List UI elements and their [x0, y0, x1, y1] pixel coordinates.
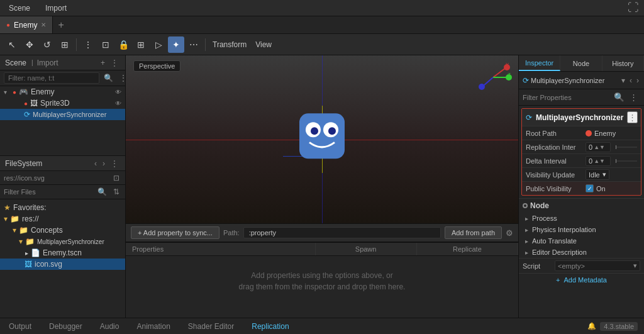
replication-inter-stepper[interactable]: ▲▼ [594, 144, 605, 150]
favorites-label: Favorites: [13, 203, 47, 212]
path-input[interactable] [243, 227, 441, 238]
filesystem-panel-title: FileSystem [5, 159, 42, 168]
toolbar-scale-btn[interactable]: ⊞ [57, 36, 73, 53]
enemy-visibility-icon[interactable]: 👁 [115, 89, 121, 96]
status-tab-audio[interactable]: Audio [97, 321, 122, 332]
left-panel: Scene | Import + ⋮ 🔍 ⋮ ▾ ● 🎮 Enem [0, 55, 126, 318]
fs-enemy-tscn[interactable]: ▸ 📄 Enemy.tscn [0, 247, 125, 259]
fs-path-copy[interactable]: ⊡ [111, 173, 121, 183]
toolbar-active-btn[interactable]: ✦ [168, 36, 184, 53]
filter-props-label: Filter Properties [523, 94, 611, 101]
toolbar-grid-btn[interactable]: ⊡ [97, 36, 114, 53]
node-section-label: Node [530, 201, 549, 210]
component-menu-btn[interactable]: ⋮ [627, 111, 638, 123]
inspector-history-next[interactable]: › [635, 75, 640, 86]
status-tab-animation[interactable]: Animation [134, 321, 172, 332]
tab-bar: ● Enemy ✕ + [0, 16, 644, 34]
fs-nav-fwd[interactable]: › [101, 159, 107, 169]
collapse-editor-desc[interactable]: ▸ Editor Description [519, 247, 644, 258]
scene-filter-input[interactable] [4, 72, 99, 84]
tree-item-sprite3d[interactable]: ▾ ● 🖼 Sprite3D 👁 [0, 97, 125, 109]
status-tab-debugger[interactable]: Debugger [47, 321, 85, 332]
menu-import[interactable]: Import [42, 3, 70, 14]
fs-filter-sort-btn[interactable]: ⇅ [111, 187, 121, 197]
svg-point-4 [328, 127, 336, 135]
add-from-path-btn[interactable]: Add from path [445, 226, 502, 239]
tree-item-multiplayer[interactable]: ▾ ⟳ MultiplayerSynchronizer [0, 109, 125, 120]
fs-folder-icon-concepts: 📁 [19, 226, 28, 235]
fs-icon-svg[interactable]: ▸ 🖼 icon.svg [0, 259, 125, 270]
fs-multiplayer-sync[interactable]: ▾ 📁 MultiplayerSynchronizer [0, 236, 125, 247]
component-card-header: ⟳ MultiplayerSynchronizer ⋮ [522, 109, 641, 126]
tab-enemy[interactable]: ● Enemy ✕ [0, 16, 53, 33]
scene-add-btn[interactable]: + [99, 58, 107, 68]
prop-label-replication-inter: Replication Inter [526, 143, 586, 151]
toolbar-move-btn[interactable]: ✥ [21, 36, 38, 53]
prop-label-root-path: Root Path [526, 130, 586, 137]
delta-interval-slider[interactable] [616, 160, 637, 162]
sprite3d-visibility-icon[interactable]: 👁 [115, 100, 121, 107]
svg-text:Y: Y [506, 62, 509, 67]
prop-row-delta-interval: Delta Interval 0 ▲▼ [522, 153, 641, 167]
scene-filter-search-icon[interactable]: 🔍 [102, 73, 115, 83]
prop-value-public-visibility: ✓ On [586, 184, 637, 192]
inspector-history-prev[interactable]: ‹ [628, 75, 633, 86]
collapse-physics[interactable]: ▸ Physics Interpolation [519, 224, 644, 235]
prop-row-replication-inter: Replication Inter 0 ▲▼ [522, 140, 641, 153]
delta-interval-stepper[interactable]: ▲▼ [594, 158, 605, 164]
visibility-update-dropdown[interactable]: Idle ▾ [586, 169, 609, 180]
delta-interval-number[interactable]: 0 ▲▼ [586, 156, 611, 166]
filter-icon-btn[interactable]: ⚙ [506, 228, 513, 238]
public-visibility-label: On [596, 185, 606, 192]
toolbar-group-btn[interactable]: ⊞ [133, 36, 149, 53]
public-visibility-checkbox[interactable]: ✓ [586, 184, 594, 192]
inspector-search-bar: Filter Properties 🔍 ⋮ [519, 89, 644, 106]
scene-menu-btn[interactable]: ⋮ [109, 58, 120, 68]
fs-filter-label: Filter Files [4, 188, 36, 196]
prop-row-public-visibility: Public Visibility ✓ On [522, 181, 641, 195]
status-right: 🔔 4.3.stable [587, 322, 638, 331]
toolbar-lock-btn[interactable]: 🔒 [115, 36, 131, 53]
sprite3d-dot: ● [24, 100, 28, 107]
tree-item-enemy[interactable]: ▾ ● 🎮 Enemy 👁 [0, 86, 125, 97]
fs-res[interactable]: ▾ 📁 res:// [0, 213, 125, 225]
menu-scene[interactable]: Scene [5, 3, 34, 14]
tab-history[interactable]: History [602, 55, 644, 71]
toolbar-more-btn[interactable]: ⋯ [186, 36, 202, 53]
maximize-icon[interactable]: ⛶ [628, 1, 639, 14]
viewport-label: Perspective [133, 60, 180, 72]
fs-path-display: res://icon.svg [4, 174, 45, 182]
status-tab-replication[interactable]: Replication [249, 321, 291, 332]
fs-nav-back[interactable]: ‹ [92, 159, 99, 169]
godot-robot [297, 111, 347, 163]
fs-concepts[interactable]: ▾ 📁 Concepts [0, 225, 125, 236]
script-row: Script <empty> ▾ [519, 258, 644, 273]
toolbar-play-btn[interactable]: ▷ [150, 36, 167, 53]
status-tab-output[interactable]: Output [6, 321, 34, 332]
filter-search-icon[interactable]: 🔍 [611, 91, 627, 103]
fs-favorites[interactable]: ★ Favorites: [0, 202, 125, 213]
fs-filter-search-btn[interactable]: 🔍 [96, 187, 109, 197]
tab-inspector[interactable]: Inspector [519, 55, 560, 71]
add-property-btn[interactable]: + Add property to sync... [131, 226, 219, 239]
toolbar-snap-btn[interactable]: ⋮ [80, 36, 96, 53]
sync-icon: ⟳ [523, 76, 529, 85]
tab-node[interactable]: Node [560, 55, 602, 71]
replication-inter-slider[interactable] [616, 147, 637, 148]
tab-close-icon[interactable]: ✕ [41, 21, 46, 28]
prop-label-visibility-update: Visibility Update [526, 171, 586, 179]
collapse-process[interactable]: ▸ Process [519, 213, 644, 224]
root-path-node-ref: Enemy [586, 130, 616, 137]
filter-options-icon[interactable]: ⋮ [627, 91, 640, 103]
replication-inter-number[interactable]: 0 ▲▼ [586, 142, 611, 152]
inspector-dropdown-btn[interactable]: ▾ [620, 75, 626, 86]
tree-arrow-multiplayer: ▾ [15, 111, 21, 118]
script-dropdown[interactable]: <empty> ▾ [555, 260, 640, 271]
toolbar-select-btn[interactable]: ↖ [4, 36, 20, 53]
status-tab-shader-editor[interactable]: Shader Editor [186, 321, 236, 332]
tab-add-button[interactable]: + [53, 16, 69, 34]
collapse-auto-translate[interactable]: ▸ Auto Translate [519, 235, 644, 247]
add-metadata-btn[interactable]: + Add Metadata [519, 273, 644, 286]
toolbar-rotate-btn[interactable]: ↺ [39, 36, 55, 53]
fs-menu[interactable]: ⋮ [109, 159, 120, 169]
